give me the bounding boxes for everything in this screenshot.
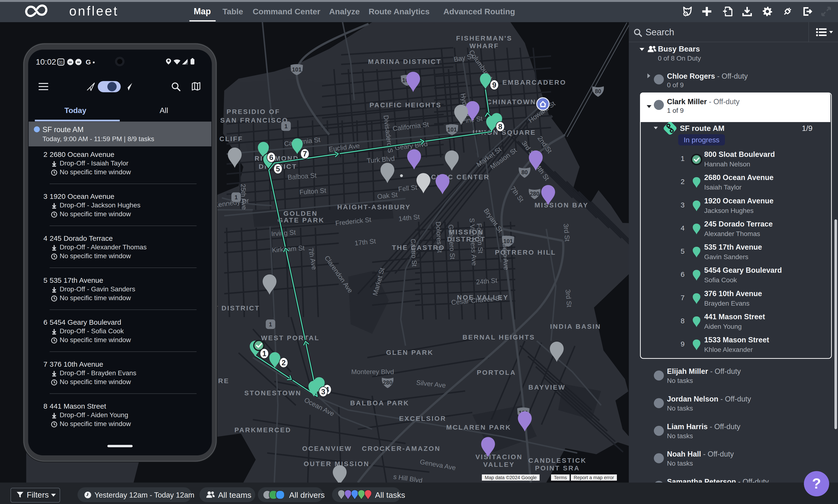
svg-text:CANDLESTICK: CANDLESTICK	[528, 457, 587, 464]
svg-text:VISITACION: VISITACION	[475, 453, 523, 461]
svg-text:MISSION BAY: MISSION BAY	[535, 201, 589, 209]
svg-text:OCEANVIEW: OCEANVIEW	[302, 445, 352, 452]
svg-text:GLEN PARK: GLEN PARK	[386, 349, 434, 356]
svg-text:1: 1	[269, 321, 272, 328]
svg-text:101: 101	[503, 238, 513, 245]
svg-text:CROCKER-AMAZON: CROCKER-AMAZON	[362, 445, 441, 452]
svg-text:280: 280	[383, 379, 392, 386]
svg-text:2: 2	[281, 359, 285, 367]
svg-text:∞: ∞	[77, 59, 80, 65]
svg-text:PORTOLA: PORTOLA	[477, 369, 516, 376]
svg-text:1: 1	[262, 349, 266, 358]
svg-text:G: G	[86, 58, 91, 66]
svg-text:6: 6	[269, 153, 273, 162]
svg-text:1: 1	[234, 194, 238, 200]
svg-text:1: 1	[284, 123, 287, 129]
svg-text:3rd St: 3rd St	[562, 223, 571, 242]
svg-text:PACIFIC HEIGHTS: PACIFIC HEIGHTS	[369, 101, 441, 109]
svg-text:SAN FRANCISCO: SAN FRANCISCO	[220, 116, 288, 124]
svg-text:BAYVIEW: BAYVIEW	[528, 383, 565, 391]
svg-text:INDIA BASIN: INDIA BASIN	[550, 323, 601, 330]
svg-text:VALLEY: VALLEY	[483, 461, 515, 468]
svg-text:PRESIDIO OF: PRESIDIO OF	[227, 108, 280, 115]
svg-text:101: 101	[447, 126, 457, 133]
svg-text:BALBOA PARK: BALBOA PARK	[350, 399, 409, 407]
svg-text:POINT SRA: POINT SRA	[535, 464, 580, 472]
svg-text:EXCELSIOR: EXCELSIOR	[399, 415, 446, 422]
svg-text:FISHERMAN'S: FISHERMAN'S	[456, 35, 512, 42]
svg-text:BERNAL HEIGHTS: BERNAL HEIGHTS	[462, 334, 535, 341]
svg-text:GATE PARK: GATE PARK	[278, 216, 325, 224]
svg-text:∞: ∞	[69, 59, 72, 65]
svg-text:WEST PORTAL: WEST PORTAL	[261, 334, 320, 342]
svg-text:80: 80	[521, 169, 528, 176]
svg-text:HAIGHT-ASHBURY: HAIGHT-ASHBURY	[337, 203, 411, 211]
svg-text:280: 280	[530, 191, 539, 197]
svg-text:101: 101	[292, 66, 301, 73]
svg-text:8: 8	[498, 123, 502, 131]
svg-text:GOLDEN: GOLDEN	[283, 210, 318, 217]
svg-text:STONESTOWN: STONESTOWN	[244, 389, 301, 397]
svg-text:PARKMERCED: PARKMERCED	[234, 426, 292, 434]
svg-text:Monterey Blvd: Monterey Blvd	[351, 368, 394, 376]
svg-text:7: 7	[303, 150, 307, 158]
svg-text:80: 80	[595, 88, 601, 94]
svg-text:3: 3	[321, 388, 325, 396]
svg-text:CHINATOWN: CHINATOWN	[487, 98, 536, 106]
svg-text:31: 31	[59, 60, 63, 65]
svg-text:Castro St: Castro St	[409, 238, 418, 267]
svg-text:3rd St: 3rd St	[564, 289, 573, 308]
svg-text:MCLAREN PARK: MCLAREN PARK	[446, 424, 511, 431]
svg-text:Folsom St: Folsom St	[475, 223, 485, 254]
svg-text:EMBARCADERO: EMBARCADERO	[502, 79, 566, 86]
svg-text:9: 9	[492, 81, 496, 89]
svg-text:MARINA DISTRICT: MARINA DISTRICT	[368, 58, 441, 65]
svg-text:5: 5	[276, 165, 280, 173]
